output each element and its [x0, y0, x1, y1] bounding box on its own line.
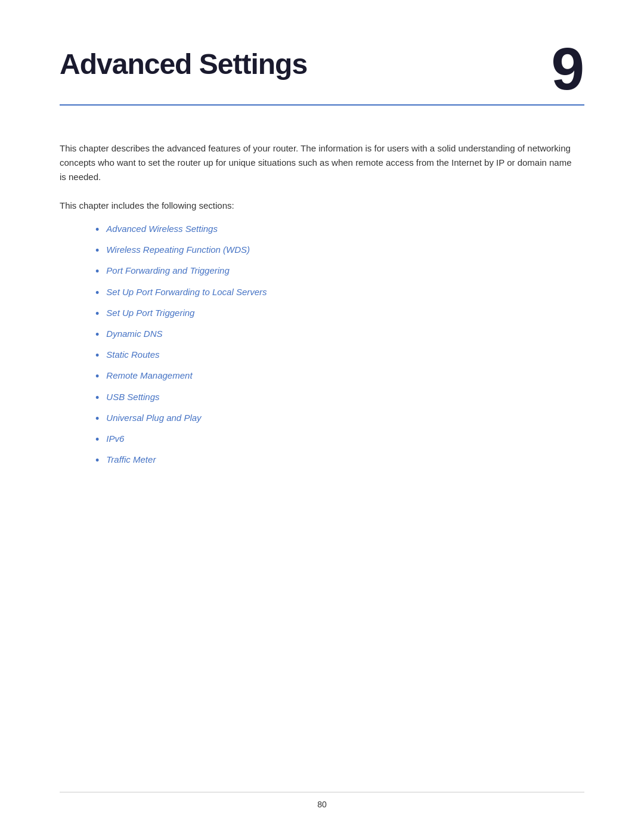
list-item: •Set Up Port Forwarding to Local Servers [95, 286, 584, 301]
bullet-icon: • [95, 243, 99, 258]
toc-link-5[interactable]: Dynamic DNS [106, 327, 162, 341]
bullet-icon: • [95, 264, 99, 279]
toc-link-7[interactable]: Remote Management [106, 369, 192, 383]
toc-link-9[interactable]: Universal Plug and Play [106, 411, 201, 425]
page-footer: 80 [0, 792, 644, 809]
toc-link-2[interactable]: Port Forwarding and Triggering [106, 264, 229, 278]
bullet-icon: • [95, 348, 99, 363]
toc-list: •Advanced Wireless Settings•Wireless Rep… [95, 222, 584, 474]
list-item: •Set Up Port Triggering [95, 306, 584, 321]
bullet-icon: • [95, 391, 99, 405]
bullet-icon: • [95, 327, 99, 342]
toc-link-3[interactable]: Set Up Port Forwarding to Local Servers [106, 286, 267, 299]
list-item: •Advanced Wireless Settings [95, 222, 584, 237]
toc-link-11[interactable]: Traffic Meter [106, 453, 156, 467]
bullet-icon: • [95, 411, 99, 426]
bullet-icon: • [95, 432, 99, 447]
bullet-icon: • [95, 453, 99, 468]
toc-link-6[interactable]: Static Routes [106, 348, 159, 362]
toc-link-0[interactable]: Advanced Wireless Settings [106, 222, 218, 236]
bullet-icon: • [95, 306, 99, 321]
bullet-icon: • [95, 369, 99, 384]
sections-label: This chapter includes the following sect… [60, 199, 584, 213]
list-item: •Universal Plug and Play [95, 411, 584, 426]
list-item: •USB Settings [95, 391, 584, 405]
list-item: •Dynamic DNS [95, 327, 584, 342]
page-container: Advanced Settings 9 This chapter describ… [0, 0, 644, 833]
chapter-title: Advanced Settings [60, 48, 307, 80]
list-item: •Remote Management [95, 369, 584, 384]
list-item: •Traffic Meter [95, 453, 584, 468]
list-item: •Wireless Repeating Function (WDS) [95, 243, 584, 258]
toc-link-10[interactable]: IPv6 [106, 432, 124, 446]
page-number: 80 [317, 800, 327, 809]
toc-link-4[interactable]: Set Up Port Triggering [106, 306, 194, 320]
bullet-icon: • [95, 286, 99, 301]
intro-paragraph-1: This chapter describes the advanced feat… [60, 141, 572, 184]
toc-link-8[interactable]: USB Settings [106, 391, 159, 404]
chapter-header: Advanced Settings 9 [60, 48, 584, 106]
bullet-icon: • [95, 222, 99, 237]
chapter-number: 9 [551, 39, 584, 98]
toc-link-1[interactable]: Wireless Repeating Function (WDS) [106, 243, 250, 257]
list-item: •IPv6 [95, 432, 584, 447]
footer-divider [60, 792, 584, 792]
list-item: •Static Routes [95, 348, 584, 363]
list-item: •Port Forwarding and Triggering [95, 264, 584, 279]
